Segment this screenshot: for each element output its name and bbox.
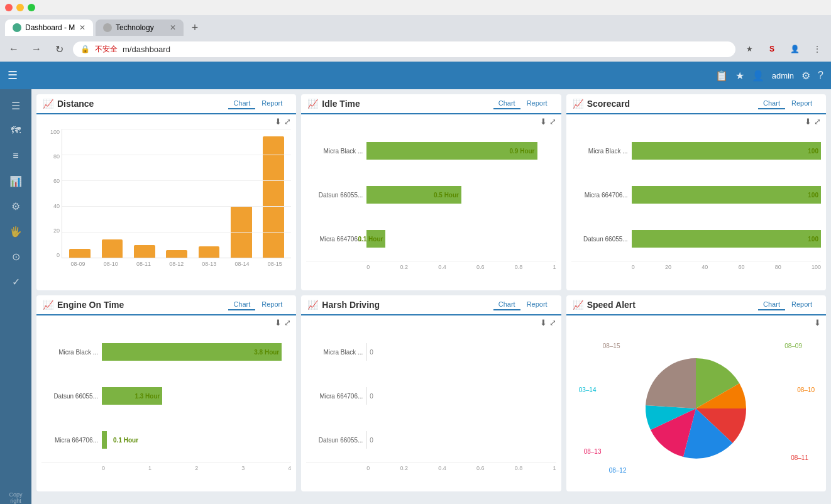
x-label-0814: 08-14	[226, 261, 258, 273]
tab-scorecard-report[interactable]: Report	[786, 98, 817, 109]
tab-engine-report[interactable]: Report	[256, 299, 287, 310]
sidebar-item-hand[interactable]: 🖐	[3, 220, 28, 243]
bar-col-0815	[258, 129, 289, 258]
tab-engine-chart[interactable]: Chart	[228, 299, 255, 310]
chart-icon-idle: 📈	[307, 99, 318, 109]
sc-x-40: 40	[702, 264, 708, 270]
engine-label-3: Micra 664706...	[41, 437, 98, 444]
y-label-100: 100	[41, 129, 62, 135]
expand-icon-harsh[interactable]: ⤢	[549, 318, 556, 327]
expand-icon-distance[interactable]: ⤢	[284, 117, 291, 126]
download-icon-engine[interactable]: ⬇	[275, 318, 282, 327]
sidebar-item-settings[interactable]: ⚙	[3, 195, 28, 217]
widget-scorecard-header: 📈 Scorecard Chart Report	[566, 94, 826, 114]
download-icon-speed[interactable]: ⬇	[814, 318, 821, 327]
tab-scorecard-chart[interactable]: Chart	[758, 98, 785, 109]
tab-idle-chart[interactable]: Chart	[493, 98, 520, 109]
tab-distance-report[interactable]: Report	[256, 98, 287, 109]
scorecard-bar-row-3: Datsun 66055... 100	[571, 230, 821, 248]
download-icon-harsh[interactable]: ⬇	[540, 318, 547, 327]
traffic-light-red[interactable]	[5, 4, 13, 11]
sidebar-item-check[interactable]: ✓	[3, 270, 28, 293]
idle-x-08: 0.8	[515, 264, 523, 270]
new-tab-button[interactable]: +	[186, 19, 204, 36]
sidebar: ☰ 🗺 ≡ 📊 ⚙ 🖐 ⊙ ✓ Copyright2019–Contact us	[0, 89, 31, 504]
y-label-40: 40	[41, 203, 62, 209]
tab-close[interactable]: ✕	[79, 23, 85, 32]
tab-harsh-report[interactable]: Report	[522, 299, 553, 310]
scorecard-value-2: 100	[808, 192, 818, 199]
tab-idle-report[interactable]: Report	[522, 98, 553, 109]
traffic-light-green[interactable]	[28, 4, 35, 11]
security-text: 不安全	[95, 44, 118, 55]
user-button[interactable]: 👤	[786, 40, 803, 58]
download-icon-scorecard[interactable]: ⬇	[805, 117, 812, 126]
widget-scorecard: 📈 Scorecard Chart Report ⬇ ⤢	[566, 94, 826, 290]
engine-label-1: Micra Black ...	[41, 349, 98, 356]
harsh-value-3: 0	[370, 437, 373, 444]
profile-s-button[interactable]: S	[763, 40, 781, 58]
sidebar-item-map[interactable]: 🗺	[3, 119, 28, 142]
address-bar[interactable]: 🔒 不安全 m/dashboard	[73, 41, 735, 57]
widget-scorecard-tabs: Chart Report	[758, 98, 817, 109]
back-button[interactable]: ←	[5, 40, 23, 58]
bookmark-button[interactable]: ★	[740, 40, 758, 58]
eng-x-3: 3	[241, 465, 245, 471]
idle-bar-2: 0.5 Hour	[366, 186, 556, 204]
widget-harsh-driving: 📈 Harsh Driving Chart Report ⬇ ⤢	[301, 295, 561, 491]
nav-settings-icon[interactable]: ⚙	[801, 70, 810, 82]
x-label-0812: 08-12	[160, 261, 193, 273]
tab-harsh-chart[interactable]: Chart	[493, 299, 520, 310]
traffic-light-yellow[interactable]	[16, 4, 24, 11]
harsh-bar-row-2: Micra 664706... 0	[306, 387, 556, 405]
chart-icon-distance: 📈	[43, 99, 53, 109]
hamburger-menu[interactable]: ☰	[8, 68, 18, 82]
tab-technology[interactable]: Technology ✕	[96, 19, 184, 36]
scorecard-label-1: Micra Black ...	[571, 148, 628, 155]
main-content: 📈 Distance Chart Report ⬇ ⤢	[31, 89, 831, 504]
sc-x-20: 20	[665, 264, 671, 270]
engine-value-1: 3.8 Hour	[254, 349, 279, 356]
browser-window: Dashboard - M ✕ Technology ✕ + ← → ↻ 🔒 不…	[0, 0, 831, 62]
x-label-0815: 08-15	[258, 261, 291, 273]
tab-speed-chart[interactable]: Chart	[758, 299, 785, 310]
nav-clipboard-icon[interactable]: 📋	[715, 70, 728, 82]
bar-col-0812	[162, 129, 192, 258]
download-icon-distance[interactable]: ⬇	[275, 117, 282, 126]
expand-icon-scorecard[interactable]: ⤢	[814, 117, 821, 126]
nav-star-icon[interactable]: ★	[735, 70, 744, 82]
sidebar-item-circle[interactable]: ⊙	[3, 245, 28, 268]
tab-speed-report[interactable]: Report	[786, 299, 817, 310]
sidebar-item-menu[interactable]: ☰	[3, 94, 28, 117]
widget-idle-time-header: 📈 Idle Time Chart Report	[301, 94, 561, 114]
engine-value-3: 0.1 Hour	[113, 437, 138, 444]
sidebar-item-chart[interactable]: 📊	[3, 170, 28, 192]
menu-button[interactable]: ⋮	[808, 40, 826, 58]
tab-dashboard[interactable]: Dashboard - M ✕	[5, 19, 93, 36]
nav-help-icon[interactable]: ?	[818, 70, 823, 81]
widget-distance-title: 📈 Distance	[43, 99, 228, 109]
chart-icon-engine: 📈	[43, 300, 53, 310]
bar-col-0811	[129, 129, 160, 258]
forward-button[interactable]: →	[28, 40, 45, 58]
idle-x-02: 0.2	[400, 264, 409, 270]
tab-distance-chart[interactable]: Chart	[228, 98, 255, 109]
expand-icon-engine[interactable]: ⤢	[284, 318, 291, 327]
download-icon-idle[interactable]: ⬇	[540, 117, 547, 126]
tab-close-2[interactable]: ✕	[170, 23, 176, 32]
chart-icon-speed: 📈	[573, 300, 583, 310]
eng-x-4: 4	[288, 465, 291, 471]
widget-speed-alert: 📈 Speed Alert Chart Report ⬇	[566, 295, 826, 491]
chart-icon-scorecard: 📈	[573, 99, 583, 109]
scorecard-bar-row-2: Micra 664706... 100	[571, 186, 821, 204]
sc-x-80: 80	[775, 264, 781, 270]
sidebar-item-list[interactable]: ≡	[3, 145, 28, 167]
nav-user-icon[interactable]: 👤	[752, 70, 764, 82]
widget-distance-body: ⬇ ⤢ 100 80 60 40 20 0	[36, 114, 296, 290]
sidebar-footer: Copyright2019–Contact us	[6, 489, 26, 504]
expand-icon-idle[interactable]: ⤢	[549, 117, 556, 126]
bar-col-0814	[226, 129, 256, 258]
harsh-x-0: 0	[366, 465, 370, 471]
y-label-80: 80	[41, 153, 62, 160]
refresh-button[interactable]: ↻	[50, 40, 68, 58]
